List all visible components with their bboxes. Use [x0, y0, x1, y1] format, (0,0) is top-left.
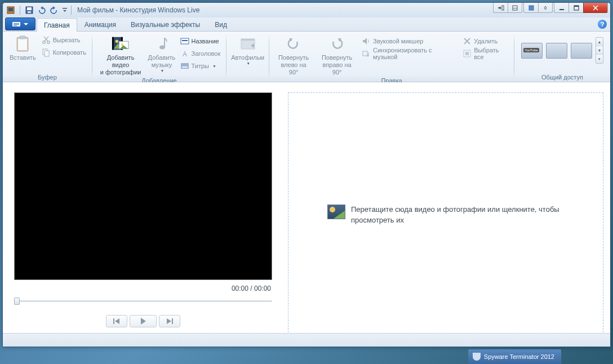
- quick-access-toolbar: [5, 5, 69, 15]
- tray-notification[interactable]: Spyware Terminator 2012: [468, 349, 561, 364]
- svg-point-20: [42, 41, 45, 43]
- tab-animation[interactable]: Анимация: [77, 17, 123, 31]
- add-media-button[interactable]: Добавить видео и фотографии: [96, 33, 146, 77]
- speaker-icon: [362, 37, 371, 46]
- timeline-pane: Перетащите сюда видео и фотографии или щ…: [283, 82, 610, 333]
- select-all-icon: [463, 49, 472, 58]
- drop-zone[interactable]: Перетащите сюда видео и фотографии или щ…: [288, 92, 603, 333]
- svg-rect-34: [182, 66, 188, 68]
- rotate-right-icon: [328, 35, 346, 53]
- extra-button-1[interactable]: [493, 3, 508, 13]
- add-music-button[interactable]: Добавить музыку▼: [145, 33, 177, 74]
- svg-rect-18: [18, 39, 27, 50]
- undo-icon[interactable]: [36, 5, 47, 15]
- heading-icon: [180, 49, 189, 58]
- add-title-button[interactable]: Название: [178, 35, 223, 47]
- close-button[interactable]: [583, 3, 608, 13]
- titlebar-buttons: [493, 3, 608, 13]
- rotate-right-button[interactable]: Повернуть вправо на 90°: [314, 33, 359, 77]
- clipboard-icon: [14, 35, 32, 53]
- svg-point-21: [47, 41, 49, 43]
- select-all-button[interactable]: Выбрать все: [460, 47, 510, 60]
- workspace: 00:00 / 00:00 Перетащите сюда видео и фо…: [3, 82, 610, 333]
- next-frame-button[interactable]: [159, 315, 180, 327]
- file-menu-button[interactable]: [5, 17, 35, 30]
- preview-pane: 00:00 / 00:00: [3, 82, 283, 333]
- share-monitor2-icon[interactable]: [571, 43, 592, 59]
- seek-bar[interactable]: [14, 296, 272, 306]
- automovie-icon: [239, 35, 257, 53]
- svg-rect-14: [14, 23, 19, 24]
- share-youtube-icon[interactable]: [521, 43, 543, 59]
- group-share-label: Общий доступ: [541, 73, 583, 82]
- share-gallery-scroll[interactable]: ▲ ▼ ▾: [596, 37, 603, 64]
- svg-rect-10: [559, 9, 564, 10]
- help-button[interactable]: ?: [598, 20, 607, 29]
- video-preview[interactable]: [14, 92, 272, 280]
- save-icon[interactable]: [24, 5, 35, 15]
- svg-rect-1: [8, 8, 13, 11]
- svg-rect-6: [502, 6, 504, 10]
- app-window: Мой фильм - Киностудия Windows Live Глав…: [2, 2, 611, 347]
- svg-rect-33: [181, 63, 189, 69]
- maximize-button[interactable]: [568, 3, 583, 13]
- extra-button-3[interactable]: [523, 3, 538, 13]
- audio-mixer-button[interactable]: Звуковой микшер: [359, 35, 456, 47]
- copy-icon: [42, 48, 51, 57]
- ribbon-tabs: Главная Анимация Визуальные эффекты Вид …: [3, 17, 610, 32]
- tab-home[interactable]: Главная: [37, 18, 77, 32]
- svg-rect-8: [513, 8, 517, 8]
- copy-button[interactable]: Копировать: [39, 46, 88, 59]
- automovie-button[interactable]: Автофильм▼: [228, 33, 268, 66]
- group-automovie: Автофильм▼: [226, 32, 269, 82]
- add-heading-button[interactable]: Заголовок: [178, 47, 223, 60]
- redo-icon[interactable]: [48, 5, 60, 15]
- add-captions-button[interactable]: Титры▼: [178, 60, 223, 72]
- qat-customize-icon[interactable]: [61, 5, 69, 15]
- svg-rect-23: [45, 51, 49, 56]
- svg-rect-19: [20, 36, 25, 39]
- group-share: ▲ ▼ ▾ Общий доступ: [514, 32, 610, 82]
- window-title: Мой фильм - Киностудия Windows Live: [77, 6, 199, 14]
- share-monitor1-icon[interactable]: [546, 43, 567, 59]
- sync-music-button[interactable]: Синхронизировать с музыкой: [359, 47, 456, 60]
- gallery-down-icon[interactable]: ▼: [596, 46, 603, 55]
- svg-rect-40: [465, 52, 469, 55]
- tab-view[interactable]: Вид: [207, 17, 234, 31]
- svg-rect-25: [112, 37, 114, 50]
- tab-effects[interactable]: Визуальные эффекты: [123, 17, 207, 31]
- paste-button[interactable]: Вставить: [6, 33, 39, 61]
- drop-zone-message: Перетащите сюда видео и фотографии или щ…: [351, 205, 564, 226]
- svg-rect-41: [113, 318, 114, 324]
- rotate-left-button[interactable]: Повернуть влево на 90°: [273, 33, 314, 77]
- delete-button[interactable]: Удалить: [460, 35, 510, 47]
- scissors-icon: [42, 35, 51, 45]
- svg-point-38: [367, 55, 369, 57]
- prev-frame-button[interactable]: [106, 315, 127, 327]
- gallery-up-icon[interactable]: ▲: [596, 38, 603, 46]
- gallery-more-icon[interactable]: ▾: [596, 55, 603, 63]
- svg-rect-3: [27, 7, 32, 10]
- svg-rect-32: [182, 40, 188, 41]
- group-add: Добавить видео и фотографии Добавить муз…: [92, 32, 226, 82]
- svg-rect-42: [172, 318, 173, 324]
- music-note-icon: [153, 35, 171, 53]
- svg-rect-12: [574, 6, 579, 7]
- extra-button-2[interactable]: [508, 3, 522, 13]
- seek-thumb[interactable]: [14, 298, 20, 305]
- shield-icon: [473, 353, 481, 361]
- time-display: 00:00 / 00:00: [14, 280, 272, 295]
- svg-point-30: [159, 46, 165, 50]
- svg-rect-4: [28, 11, 31, 13]
- cut-button[interactable]: Вырезать: [39, 34, 88, 46]
- app-icon[interactable]: [5, 5, 16, 15]
- title-icon: [180, 37, 189, 46]
- tray-app-label: Spyware Terminator 2012: [484, 353, 554, 360]
- share-gallery[interactable]: ▲ ▼ ▾: [518, 33, 607, 64]
- status-bar: [3, 333, 610, 347]
- media-thumb-icon: [327, 205, 345, 219]
- extra-button-4[interactable]: [538, 3, 553, 13]
- svg-rect-36: [241, 39, 255, 41]
- minimize-button[interactable]: [554, 3, 568, 13]
- play-button[interactable]: [130, 315, 157, 327]
